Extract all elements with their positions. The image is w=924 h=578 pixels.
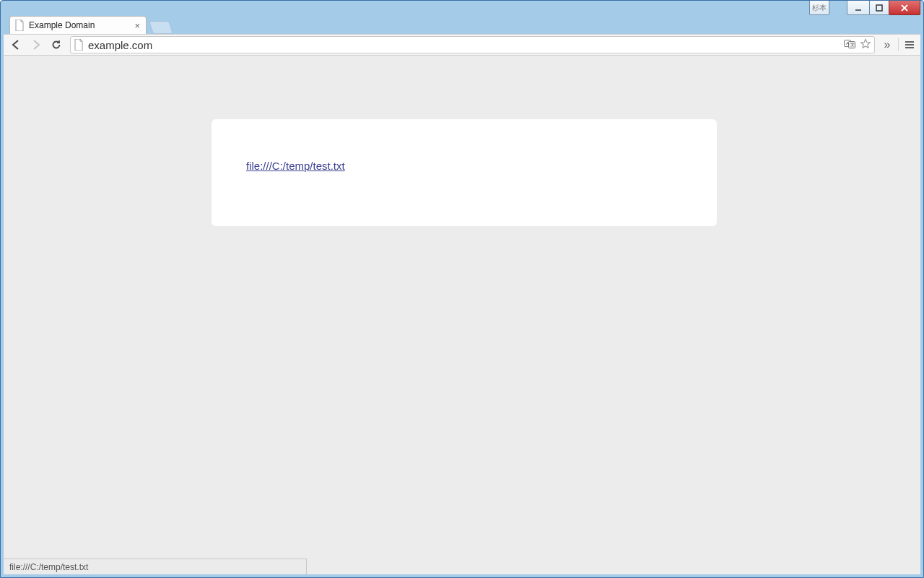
translate-icon[interactable]: A文	[844, 39, 855, 51]
window-controls	[847, 1, 920, 15]
back-button[interactable]	[6, 35, 25, 54]
svg-text:文: 文	[850, 42, 855, 47]
new-tab-button[interactable]	[149, 21, 173, 34]
status-text: file:///C:/temp/test.txt	[9, 562, 88, 572]
status-bar: file:///C:/temp/test.txt	[4, 558, 307, 574]
address-text: example.com	[88, 39, 840, 51]
hamburger-icon	[904, 40, 915, 50]
file-link[interactable]: file:///C:/temp/test.txt	[246, 160, 345, 172]
toolbar-overflow-button[interactable]: »	[879, 37, 895, 53]
forward-button[interactable]	[27, 35, 45, 54]
minimize-icon	[855, 4, 862, 12]
browser-tab[interactable]: Example Domain ×	[9, 16, 147, 34]
chevrons-right-icon: »	[884, 38, 891, 51]
main-menu-button[interactable]	[902, 37, 918, 53]
tab-close-button[interactable]: ×	[133, 21, 141, 30]
address-bar[interactable]: example.com A文	[70, 36, 875, 53]
page-icon	[14, 20, 25, 31]
title-extra-label: 杉本	[812, 3, 827, 13]
browser-toolbar: example.com A文 »	[4, 34, 920, 56]
bookmark-star-icon[interactable]	[860, 38, 871, 52]
arrow-right-icon	[30, 39, 42, 51]
close-icon	[900, 4, 909, 12]
window-close-button[interactable]	[889, 1, 920, 15]
reload-button[interactable]	[47, 35, 66, 54]
content-card: file:///C:/temp/test.txt	[212, 119, 717, 226]
page-viewport: file:///C:/temp/test.txt file:///C:/temp…	[4, 56, 920, 574]
maximize-icon	[876, 4, 883, 12]
toolbar-divider	[898, 38, 899, 51]
svg-rect-1	[876, 5, 882, 11]
site-icon	[74, 39, 84, 51]
reload-icon	[51, 39, 62, 51]
arrow-left-icon	[10, 39, 22, 51]
tab-strip: Example Domain ×	[9, 16, 171, 34]
window-maximize-button[interactable]	[869, 1, 889, 15]
window-frame: 杉本 Example Domain ×	[0, 0, 924, 578]
toolbar-right: »	[879, 37, 918, 53]
tab-title: Example Domain	[29, 20, 128, 30]
title-extra-button[interactable]: 杉本	[809, 1, 829, 15]
svg-text:A: A	[846, 41, 849, 46]
window-minimize-button[interactable]	[847, 1, 870, 15]
